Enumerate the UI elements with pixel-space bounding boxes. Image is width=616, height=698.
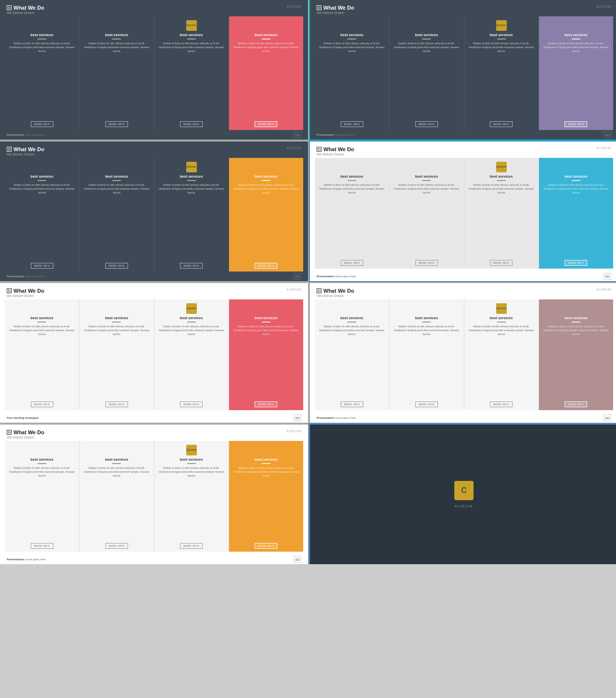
slide-4-footer: Presentation name goes here 00 bbox=[310, 271, 616, 281]
more-info-button[interactable]: MORE INFO bbox=[341, 260, 363, 266]
more-info-button[interactable]: MORE INFO bbox=[180, 263, 203, 269]
slide-3: ▷ What We Do We Deliver Dream AURUM best… bbox=[0, 142, 308, 281]
slide-4-title: ▷ What We Do bbox=[317, 146, 354, 152]
slide-6-title: ▷ What We Do bbox=[317, 288, 354, 294]
slide-number: 00 bbox=[294, 414, 301, 421]
slide-3-footer: Presentation color goes here 00 bbox=[0, 271, 308, 281]
more-info-button[interactable]: MORE INFO bbox=[31, 401, 53, 407]
card-title: best services bbox=[158, 33, 225, 37]
slide-3-brand: AURUM bbox=[286, 146, 301, 150]
gold-badge: CAURUM bbox=[186, 20, 197, 31]
more-info-button[interactable]: MORE INFO bbox=[255, 121, 277, 127]
title-icon: ▷ bbox=[317, 147, 321, 152]
more-info-button[interactable]: MORE INFO bbox=[565, 401, 587, 407]
logo-text: AURUM bbox=[454, 504, 473, 508]
more-info-button[interactable]: MORE INFO bbox=[255, 263, 277, 269]
more-info-button[interactable]: MORE INFO bbox=[565, 121, 587, 127]
more-info-button[interactable]: MORE INFO bbox=[415, 121, 438, 127]
slide-4-cards: best services Nullam id dolor id nibh ul… bbox=[315, 158, 613, 269]
more-info-button[interactable]: MORE INFO bbox=[180, 401, 203, 407]
more-info-button[interactable]: MORE INFO bbox=[31, 121, 53, 127]
card-1-4-highlight: best services Nullam id dolor id nibh ul… bbox=[229, 16, 303, 130]
more-info-button[interactable]: MORE INFO bbox=[341, 121, 363, 127]
more-info-button[interactable]: MORE INFO bbox=[255, 401, 277, 407]
card-4-2: best services Nullam id dolor id nibh ul… bbox=[389, 158, 464, 269]
card-divider bbox=[112, 39, 121, 39]
more-info-button[interactable]: MORE INFO bbox=[180, 121, 203, 127]
title-icon: ▷ bbox=[7, 430, 12, 435]
slide-number: 00 bbox=[294, 131, 301, 138]
slide-2: ▷ What We Do We Deliver Dream AURUM best… bbox=[310, 0, 616, 140]
slide-2-brand: AURUM bbox=[596, 5, 611, 8]
more-info-button[interactable]: MORE INFO bbox=[255, 543, 277, 549]
gold-badge: CAURUM bbox=[186, 303, 197, 314]
placeholder-logo: C AURUM bbox=[454, 481, 474, 508]
gold-badge: CAURUM bbox=[186, 162, 197, 172]
more-info-button[interactable]: MORE INFO bbox=[31, 543, 53, 549]
title-icon: ▷ bbox=[7, 288, 12, 293]
card-3-4-highlight: best services Nullam id dolor id nibh ul… bbox=[229, 158, 303, 271]
slide-7: ▷ What We Do We Deliver Dream AURUM best… bbox=[0, 425, 308, 564]
card-divider bbox=[262, 39, 270, 39]
card-icon-area bbox=[83, 20, 150, 31]
more-info-button[interactable]: MORE INFO bbox=[105, 543, 128, 549]
slide-1-subtitle: We Deliver Dream bbox=[7, 11, 44, 14]
title-icon: ▷ bbox=[317, 5, 321, 10]
card-icon-area bbox=[9, 20, 75, 31]
gold-badge: CAURUM bbox=[496, 20, 507, 31]
slide-3-cards: best services Nullam id dolor id nibh ul… bbox=[0, 158, 308, 271]
slide-1-cards: best services Nullam id dolor id nibh ul… bbox=[0, 16, 308, 130]
slide-1-footer: Presentation color goes here 00 bbox=[0, 130, 308, 140]
more-info-button[interactable]: MORE INFO bbox=[565, 260, 587, 266]
card-7-3: CAURUM best services Nullam id dolor id … bbox=[154, 441, 229, 552]
card-title: best services bbox=[9, 33, 75, 37]
gold-badge: CAURUM bbox=[496, 162, 507, 172]
more-info-button[interactable]: MORE INFO bbox=[341, 401, 363, 407]
slide-1: ▷ What We Do We Deliver Dream AURUM best… bbox=[0, 0, 308, 140]
card-6-1: best services Nullam id dolor id nibh ul… bbox=[315, 299, 389, 410]
more-info-button[interactable]: MORE INFO bbox=[415, 260, 438, 266]
more-info-button[interactable]: MORE INFO bbox=[180, 543, 203, 549]
card-divider bbox=[38, 39, 46, 39]
slide-4: ▷ What We Do We Deliver Dream AURUM best… bbox=[310, 142, 616, 281]
card-2-4-highlight: best services Nullam id dolor id nibh ul… bbox=[539, 16, 613, 130]
card-body: Nullam id dolor id nibh ultrices vehicul… bbox=[158, 41, 225, 119]
title-icon: ▷ bbox=[7, 5, 12, 10]
slide-3-subtitle: We Deliver Dream bbox=[7, 153, 44, 156]
card-6-4-highlight: best services Nullam id dolor id nibh ul… bbox=[539, 299, 613, 410]
slide-6-cards: best services Nullam id dolor id nibh ul… bbox=[315, 299, 613, 410]
slide-2-footer: Presentation color goes here 00 bbox=[310, 130, 616, 140]
slide-4-brand: AURUM bbox=[596, 146, 611, 150]
slide-1-title: ▷ What We Do bbox=[7, 5, 44, 11]
more-info-button[interactable]: MORE INFO bbox=[490, 121, 513, 127]
slide-4-header: ▷ What We Do We Deliver Dream AURUM bbox=[310, 142, 616, 158]
slide-2-title: ▷ What We Do bbox=[317, 5, 354, 11]
more-info-button[interactable]: MORE INFO bbox=[31, 263, 53, 269]
card-6-3: CAURUM best services Nullam id dolor id … bbox=[464, 299, 539, 410]
title-icon: ▷ bbox=[7, 147, 12, 152]
more-info-button[interactable]: MORE INFO bbox=[415, 401, 438, 407]
slide-number: 00 bbox=[603, 131, 611, 138]
card-1-1: best services Nullam id dolor id nibh ul… bbox=[5, 16, 79, 130]
gold-badge: CAURUM bbox=[186, 445, 197, 455]
slide-6-header: ▷ What We Do We Deliver Dream AURUM bbox=[310, 283, 616, 299]
slide-number: 00 bbox=[294, 273, 301, 280]
slide-number: 00 bbox=[603, 273, 611, 280]
more-info-button[interactable]: MORE INFO bbox=[105, 401, 128, 407]
card-1-2: best services Nullam id dolor id nibh ul… bbox=[79, 16, 154, 130]
more-info-button[interactable]: MORE INFO bbox=[105, 263, 128, 269]
slide-number: 00 bbox=[603, 414, 611, 421]
more-info-button[interactable]: MORE INFO bbox=[490, 260, 513, 266]
slide-5-cards: best services Nullam id dolor id nibh ul… bbox=[5, 299, 303, 410]
card-icon-area bbox=[233, 20, 299, 31]
gold-badge: CAURUM bbox=[496, 303, 507, 314]
title-icon: ▷ bbox=[317, 288, 321, 293]
card-divider bbox=[187, 39, 196, 39]
slide-7-title: ▷ What We Do bbox=[7, 429, 44, 435]
footer-label: Presentation name goes here bbox=[317, 275, 356, 278]
slide-7-header: ▷ What We Do We Deliver Dream AURUM bbox=[0, 425, 308, 441]
footer-label: Five winning strategies bbox=[7, 416, 38, 419]
more-info-button[interactable]: MORE INFO bbox=[105, 121, 128, 127]
slide-5-subtitle: We Deliver Dream bbox=[7, 294, 44, 297]
more-info-button[interactable]: MORE INFO bbox=[490, 401, 513, 407]
